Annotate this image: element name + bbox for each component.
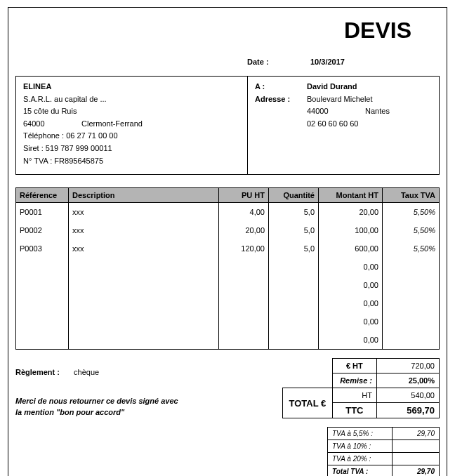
recipient-city-row: 44000 Nantes: [307, 105, 432, 118]
cell-qty: 5,0: [269, 239, 319, 258]
cell-mht: 0,00: [319, 258, 383, 276]
cell-tva: [383, 294, 440, 312]
cell-qty: [269, 331, 319, 350]
cell-pu: [219, 331, 269, 350]
bottom-section: Règlement : chèque Merci de nous retourn…: [15, 358, 440, 476]
payment-row: Règlement : chèque: [15, 368, 282, 376]
recipient-postal: 44000: [307, 105, 363, 118]
col-pu: PU HT: [219, 188, 269, 203]
cell-mht: 0,00: [319, 294, 383, 312]
ttc-label: TTC: [332, 403, 376, 418]
sender-siret-row: Siret : 519 787 999 00011: [23, 143, 240, 155]
cell-ref: [16, 276, 69, 294]
cell-tva: [383, 276, 440, 294]
payment-value: chèque: [74, 368, 99, 376]
cell-tva: [383, 331, 440, 350]
cell-pu: [219, 294, 269, 312]
addr-label: Adresse :: [255, 93, 307, 106]
cell-desc: [69, 276, 219, 294]
col-tva: Taux TVA: [383, 188, 440, 203]
tva-total-value: 29,70: [393, 465, 440, 476]
recipient-city: Nantes: [365, 107, 390, 115]
cell-tva: 5,50%: [383, 221, 440, 239]
cell-qty: [269, 258, 319, 276]
cell-ref: P0001: [16, 203, 69, 222]
tva-total-label: Total TVA :: [328, 465, 393, 476]
recipient-street: Boulevard Michelet: [307, 93, 432, 106]
table-row: 0,00: [16, 294, 440, 312]
tva-5-5-label: TVA à 5,5% :: [328, 428, 393, 440]
signature-note: Merci de nous retourner ce devis signé a…: [15, 396, 282, 418]
sender-vat-label: N° TVA :: [23, 157, 52, 165]
cell-qty: [269, 276, 319, 294]
sender-city-row: 64000 Clermont-Ferrand: [23, 118, 240, 131]
cell-pu: 4,00: [219, 203, 269, 222]
sender-block: ELINEA S.A.R.L. au capital de ... 15 côt…: [16, 77, 248, 174]
note-line-1: Merci de nous retourner ce devis signé a…: [15, 396, 282, 406]
sender-phone-label: Téléphone :: [23, 131, 64, 140]
date-label: Date :: [247, 58, 310, 66]
eht-value: 720,00: [377, 359, 440, 373]
sender-phone: 06 27 71 00 00: [66, 131, 117, 140]
cell-ref: [16, 258, 69, 276]
remise-value: 25,00%: [377, 373, 440, 388]
ht-label: HT: [332, 388, 376, 403]
cell-ref: [16, 331, 69, 350]
cell-tva: [383, 258, 440, 276]
table-row: 0,00: [16, 312, 440, 331]
date-row: Date : 10/3/2017: [15, 58, 440, 66]
tva-10-value: [393, 440, 440, 453]
to-label: A :: [255, 81, 307, 93]
cell-mht: 100,00: [319, 221, 383, 239]
sender-vat: FR895645875: [54, 157, 103, 165]
table-row: 0,00: [16, 276, 440, 294]
document-title: DEVIS: [15, 18, 440, 44]
col-mht: Montant HT: [319, 188, 383, 203]
cell-mht: 0,00: [319, 312, 383, 331]
cell-ref: P0003: [16, 239, 69, 258]
total-euro-label: TOTAL €: [283, 388, 333, 418]
recipient-name: David Durand: [307, 81, 432, 93]
eht-label: € HT: [332, 359, 376, 373]
date-value: 10/3/2017: [310, 58, 345, 66]
ht-value: 540,00: [377, 388, 440, 403]
tva-20-value: [393, 453, 440, 465]
payment-label: Règlement :: [15, 368, 72, 376]
cell-ref: [16, 294, 69, 312]
cell-ref: [16, 312, 69, 331]
cell-desc: xxx: [69, 239, 219, 258]
cell-tva: 5,50%: [383, 203, 440, 222]
parties-box: ELINEA S.A.R.L. au capital de ... 15 côt…: [15, 76, 440, 175]
cell-mht: 20,00: [319, 203, 383, 222]
col-desc: Description: [69, 188, 219, 203]
ttc-value: 569,70: [377, 403, 440, 418]
cell-ref: P0002: [16, 221, 69, 239]
cell-mht: 0,00: [319, 276, 383, 294]
cell-mht: 600,00: [319, 239, 383, 258]
sender-postal: 64000: [23, 118, 79, 131]
cell-tva: 5,50%: [383, 239, 440, 258]
sender-name: ELINEA: [23, 81, 240, 93]
tva-20-label: TVA à 20% :: [328, 453, 393, 465]
cell-desc: xxx: [69, 203, 219, 222]
sender-city: Clermont-Ferrand: [81, 119, 143, 128]
cell-desc: [69, 294, 219, 312]
tva-5-5-value: 29,70: [393, 428, 440, 440]
cell-tva: [383, 312, 440, 331]
cell-qty: 5,0: [269, 221, 319, 239]
table-row: P0001xxx4,005,020,005,50%: [16, 203, 440, 222]
sender-siret: 519 787 999 00011: [46, 144, 112, 152]
table-row: 0,00: [16, 331, 440, 350]
sender-vat-row: N° TVA : FR895645875: [23, 155, 240, 168]
cell-desc: [69, 258, 219, 276]
note-line-2: la mention "bon pour accord": [15, 407, 282, 418]
items-table: Référence Description PU HT Quantité Mon…: [15, 187, 440, 350]
cell-desc: [69, 312, 219, 331]
table-row: P0003xxx120,005,0600,005,50%: [16, 239, 440, 258]
cell-qty: [269, 294, 319, 312]
cell-desc: [69, 331, 219, 350]
recipient-phone: 02 60 60 60 60: [307, 118, 432, 131]
cell-qty: [269, 312, 319, 331]
recipient-block: A : David Durand Adresse : Boulevard Mic…: [248, 77, 439, 174]
tva-breakdown: TVA à 5,5% : 29,70 TVA à 10% : TVA à 20%…: [327, 427, 440, 476]
